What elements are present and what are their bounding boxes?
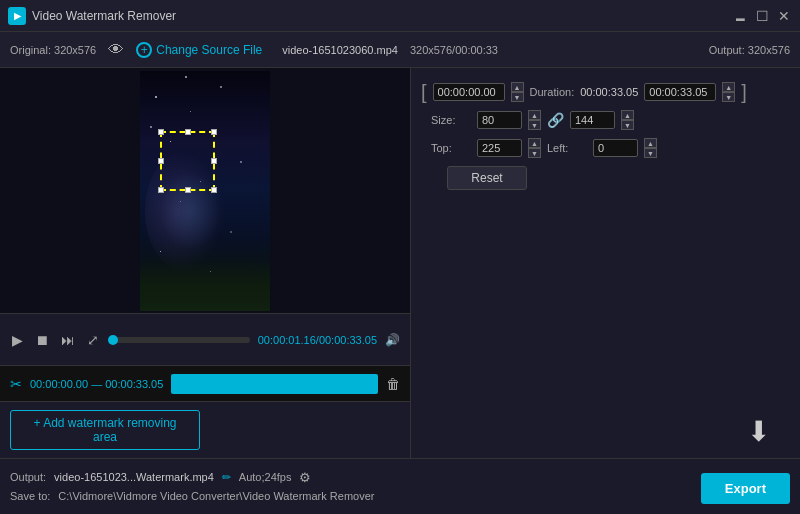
bracket-close: ]: [741, 82, 747, 102]
right-panel: [ ▲ ▼ Duration: 00:00:33.05 ▲ ▼ ] Size:: [410, 68, 800, 458]
output-settings-label: Auto;24fps: [239, 471, 292, 483]
height-up[interactable]: ▲: [621, 110, 634, 120]
left-label: Left:: [547, 142, 587, 154]
top-down[interactable]: ▼: [528, 148, 541, 158]
titlebar: ▶ Video Watermark Remover 🗕 ☐ ✕: [0, 0, 800, 32]
top-up[interactable]: ▲: [528, 138, 541, 148]
top-spinners: ▲ ▼: [528, 138, 541, 158]
start-time-input[interactable]: [433, 83, 505, 101]
video-frame: [140, 71, 270, 311]
start-time-up[interactable]: ▲: [511, 82, 524, 92]
left-spinners: ▲ ▼: [644, 138, 657, 158]
height-input[interactable]: [570, 111, 615, 129]
end-time-up[interactable]: ▲: [722, 82, 735, 92]
start-time-down[interactable]: ▼: [511, 92, 524, 102]
video-preview: [0, 68, 410, 313]
stop-button[interactable]: ⏹: [33, 332, 51, 348]
end-time-input[interactable]: [644, 83, 716, 101]
end-time-spinners: ▲ ▼: [722, 82, 735, 102]
change-source-button[interactable]: + Change Source File: [136, 42, 262, 58]
export-button[interactable]: Export: [701, 473, 790, 504]
top-label: Top:: [431, 142, 471, 154]
save-to-label: Save to:: [10, 490, 50, 502]
timeline-strip: ✂ 00:00:00.00 — 00:00:33.05 🗑: [0, 365, 410, 401]
height-spinners: ▲ ▼: [621, 110, 634, 130]
dimensions-label: 320x576/00:00:33: [410, 44, 498, 56]
size-row: Size: ▲ ▼ 🔗 ▲ ▼: [421, 110, 790, 130]
timeline-bar[interactable]: [171, 374, 378, 394]
output-size-label: Output: 320x576: [709, 44, 790, 56]
clip-icon: ✂: [10, 376, 22, 392]
volume-icon[interactable]: 🔊: [385, 333, 400, 347]
time-range-row: [ ▲ ▼ Duration: 00:00:33.05 ▲ ▼ ]: [421, 82, 790, 102]
time-display: 00:00:01.16/00:00:33.05: [258, 334, 377, 346]
play-button[interactable]: ▶: [10, 332, 25, 348]
save-path-value: C:\Vidmore\Vidmore Video Converter\Video…: [58, 490, 374, 502]
start-time-spinners: ▲ ▼: [511, 82, 524, 102]
progress-bar[interactable]: [109, 337, 250, 343]
duration-value: 00:00:33.05: [580, 86, 638, 98]
add-watermark-area-button[interactable]: + Add watermark removing area: [10, 410, 200, 450]
left-input[interactable]: [593, 139, 638, 157]
footer: Output: video-1651023...Watermark.mp4 ✏ …: [0, 458, 800, 514]
maximize-button[interactable]: ☐: [754, 8, 770, 24]
width-down[interactable]: ▼: [528, 120, 541, 130]
eye-icon[interactable]: 👁: [108, 41, 124, 59]
step-forward-button[interactable]: ⏭: [59, 332, 77, 348]
progress-thumb[interactable]: [108, 335, 118, 345]
fullscreen-button[interactable]: ⤢: [85, 332, 101, 348]
bracket-open: [: [421, 82, 427, 102]
time-range-label: 00:00:00.00 — 00:00:33.05: [30, 378, 163, 390]
close-button[interactable]: ✕: [776, 8, 792, 24]
content-area: ▶ ⏹ ⏭ ⤢ 00:00:01.16/00:00:33.05 🔊 ✂ 00:0…: [0, 68, 800, 458]
app-container: ▶ Video Watermark Remover 🗕 ☐ ✕ Original…: [0, 0, 800, 514]
original-size-label: Original: 320x576: [10, 44, 96, 56]
width-up[interactable]: ▲: [528, 110, 541, 120]
settings-gear-icon[interactable]: ⚙: [299, 470, 311, 485]
reset-button[interactable]: Reset: [447, 166, 527, 190]
end-time-down[interactable]: ▼: [722, 92, 735, 102]
reset-row: Reset: [421, 166, 790, 190]
add-area-row: + Add watermark removing area: [0, 401, 410, 458]
edit-output-icon[interactable]: ✏: [222, 471, 231, 484]
right-panel-spacer: ⬇: [421, 198, 790, 448]
video-background: [140, 71, 270, 311]
duration-label: Duration:: [530, 86, 575, 98]
playback-controls: ▶ ⏹ ⏭ ⤢ 00:00:01.16/00:00:33.05 🔊: [0, 313, 410, 365]
position-row: Top: ▲ ▼ Left: ▲ ▼: [421, 138, 790, 158]
output-label: Output:: [10, 471, 46, 483]
minimize-button[interactable]: 🗕: [732, 8, 748, 24]
control-row: ▶ ⏹ ⏭ ⤢ 00:00:01.16/00:00:33.05 🔊: [10, 332, 400, 348]
delete-icon[interactable]: 🗑: [386, 376, 400, 392]
width-spinners: ▲ ▼: [528, 110, 541, 130]
window-controls: 🗕 ☐ ✕: [732, 8, 792, 24]
left-area: ▶ ⏹ ⏭ ⤢ 00:00:01.16/00:00:33.05 🔊 ✂ 00:0…: [0, 68, 410, 458]
left-down[interactable]: ▼: [644, 148, 657, 158]
width-input[interactable]: [477, 111, 522, 129]
height-down[interactable]: ▼: [621, 120, 634, 130]
top-input[interactable]: [477, 139, 522, 157]
link-icon[interactable]: 🔗: [547, 112, 564, 128]
output-row: Output: video-1651023...Watermark.mp4 ✏ …: [10, 470, 790, 485]
left-up[interactable]: ▲: [644, 138, 657, 148]
save-row: Save to: C:\Vidmore\Vidmore Video Conver…: [10, 489, 790, 504]
output-file-value: video-1651023...Watermark.mp4: [54, 471, 214, 483]
plus-icon: +: [136, 42, 152, 58]
app-icon: ▶: [8, 7, 26, 25]
app-title: Video Watermark Remover: [32, 9, 176, 23]
filename-label: video-1651023060.mp4: [282, 44, 398, 56]
toolbar: Original: 320x576 👁 + Change Source File…: [0, 32, 800, 68]
arrow-down-hint: ⬇: [747, 415, 770, 448]
size-label: Size:: [431, 114, 471, 126]
